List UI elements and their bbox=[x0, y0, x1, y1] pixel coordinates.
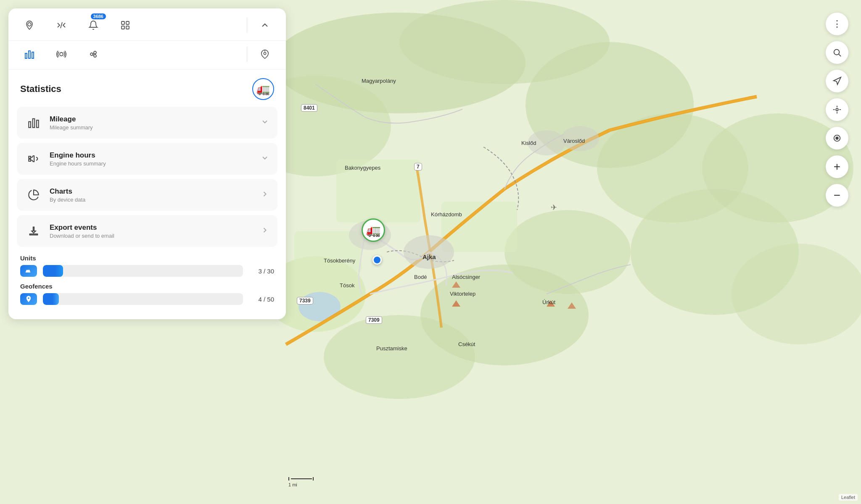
svg-point-36 bbox=[94, 51, 96, 54]
export-events-chevron-right-icon bbox=[261, 226, 269, 236]
engine-hours-title: Engine hours bbox=[50, 151, 106, 160]
units-bar-track bbox=[43, 265, 243, 277]
engine-hours-item[interactable]: Engine hours Engine hours summary bbox=[17, 143, 277, 175]
geofences-label: Geofences bbox=[20, 283, 274, 290]
svg-line-49 bbox=[839, 54, 841, 56]
toolbar2-right bbox=[256, 45, 274, 63]
vehicle-avatar[interactable]: 🚛 bbox=[252, 78, 274, 100]
svg-line-39 bbox=[93, 54, 94, 55]
svg-rect-32 bbox=[29, 51, 30, 58]
usage-section: Units 3 / 30 Geofences 4 bbox=[8, 247, 286, 305]
collapse-icon[interactable] bbox=[256, 16, 274, 34]
charts-icon bbox=[25, 186, 42, 203]
svg-point-34 bbox=[60, 52, 63, 56]
dot-marker bbox=[372, 255, 382, 265]
route-icon[interactable] bbox=[52, 16, 71, 34]
cluster-icon[interactable] bbox=[116, 16, 135, 34]
export-events-item-left: Export events Download or send to email bbox=[25, 223, 114, 239]
map-scale: 1 mi bbox=[288, 477, 314, 487]
svg-point-17 bbox=[404, 235, 454, 269]
group-circle-icon[interactable] bbox=[84, 45, 103, 63]
charts-subtitle: By device data bbox=[50, 197, 85, 203]
geofences-bar-track bbox=[43, 293, 243, 305]
svg-rect-43 bbox=[33, 119, 35, 128]
svg-rect-13 bbox=[336, 160, 420, 223]
svg-rect-28 bbox=[126, 21, 129, 24]
engine-hours-text: Engine hours Engine hours summary bbox=[50, 151, 106, 167]
mileage-item[interactable]: Mileage Mileage summary bbox=[17, 107, 277, 139]
navigation-button[interactable] bbox=[826, 70, 848, 92]
units-count: 3 / 30 bbox=[249, 268, 274, 275]
mileage-chevron-down-icon bbox=[261, 118, 269, 128]
bell-icon[interactable]: 3686 bbox=[84, 16, 103, 34]
mileage-title: Mileage bbox=[50, 115, 93, 123]
location-center-button[interactable] bbox=[826, 127, 848, 150]
export-events-item[interactable]: Export events Download or send to email bbox=[17, 215, 277, 247]
svg-rect-44 bbox=[37, 120, 39, 128]
svg-text:✈: ✈ bbox=[551, 203, 557, 212]
toolbar-icons: 3686 bbox=[20, 16, 238, 34]
sensor-icon[interactable] bbox=[52, 45, 71, 63]
svg-rect-27 bbox=[121, 21, 124, 24]
road-badge-7309: 7309 bbox=[366, 316, 382, 324]
engine-hours-item-left: Engine hours Engine hours summary bbox=[25, 150, 106, 167]
svg-point-8 bbox=[324, 315, 475, 399]
toolbar-row1: 3686 bbox=[8, 8, 286, 41]
mileage-item-left: Mileage Mileage summary bbox=[25, 114, 93, 131]
svg-point-40 bbox=[264, 52, 266, 55]
svg-rect-46 bbox=[29, 159, 31, 161]
zoom-in-button[interactable]: + bbox=[826, 155, 848, 178]
engine-hours-chevron-down-icon bbox=[261, 154, 269, 164]
svg-point-57 bbox=[836, 137, 838, 139]
more-options-button[interactable]: ⋮ bbox=[826, 13, 848, 35]
pin-icon[interactable] bbox=[256, 45, 274, 63]
units-label: Units bbox=[20, 255, 274, 262]
notification-badge: 3686 bbox=[91, 13, 106, 19]
mileage-subtitle: Mileage summary bbox=[50, 124, 93, 131]
road-badge-8401: 8401 bbox=[301, 104, 317, 112]
svg-rect-33 bbox=[32, 52, 34, 58]
charts-item[interactable]: Charts By device data bbox=[17, 179, 277, 211]
svg-rect-45 bbox=[29, 156, 31, 158]
engine-hours-subtitle: Engine hours summary bbox=[50, 160, 106, 167]
vehicle-marker[interactable]: 🚛 bbox=[361, 218, 386, 243]
toolbar-row2 bbox=[8, 41, 286, 70]
svg-rect-31 bbox=[25, 53, 27, 58]
stats-bar-icon[interactable] bbox=[20, 45, 39, 63]
right-controls: ⋮ + − bbox=[826, 13, 848, 207]
units-icon bbox=[20, 265, 37, 277]
statistics-header: Statistics 🚛 bbox=[8, 70, 286, 107]
svg-rect-29 bbox=[121, 26, 124, 29]
svg-point-48 bbox=[834, 50, 840, 55]
charts-title: Charts bbox=[50, 187, 85, 196]
statistics-title: Statistics bbox=[20, 84, 61, 94]
mileage-text: Mileage Mileage summary bbox=[50, 115, 93, 131]
mileage-icon bbox=[25, 114, 42, 131]
charts-item-left: Charts By device data bbox=[25, 186, 85, 203]
location-icon[interactable] bbox=[20, 16, 39, 34]
svg-point-26 bbox=[28, 23, 31, 26]
svg-rect-47 bbox=[27, 270, 30, 272]
svg-rect-30 bbox=[126, 26, 129, 29]
search-button[interactable] bbox=[826, 41, 848, 64]
geofences-bar-row: 4 / 50 bbox=[20, 293, 274, 305]
svg-marker-50 bbox=[834, 77, 841, 84]
export-events-title: Export events bbox=[50, 223, 114, 232]
toolbar2-divider bbox=[247, 47, 247, 62]
export-events-text: Export events Download or send to email bbox=[50, 223, 114, 239]
crosshair-button[interactable] bbox=[826, 98, 848, 121]
leaflet-attribution: Leaflet bbox=[839, 494, 858, 501]
geofences-icon bbox=[20, 293, 37, 305]
engine-hours-icon bbox=[25, 150, 42, 167]
geofences-count: 4 / 50 bbox=[249, 296, 274, 303]
svg-line-38 bbox=[93, 53, 94, 54]
svg-point-19 bbox=[528, 130, 565, 155]
svg-rect-42 bbox=[29, 122, 31, 128]
toolbar-divider bbox=[247, 18, 247, 33]
zoom-out-button[interactable]: − bbox=[826, 184, 848, 207]
export-events-icon bbox=[25, 223, 42, 239]
units-bar-row: 3 / 30 bbox=[20, 265, 274, 277]
charts-text: Charts By device data bbox=[50, 187, 85, 203]
svg-point-51 bbox=[836, 108, 838, 111]
charts-chevron-right-icon bbox=[261, 190, 269, 200]
